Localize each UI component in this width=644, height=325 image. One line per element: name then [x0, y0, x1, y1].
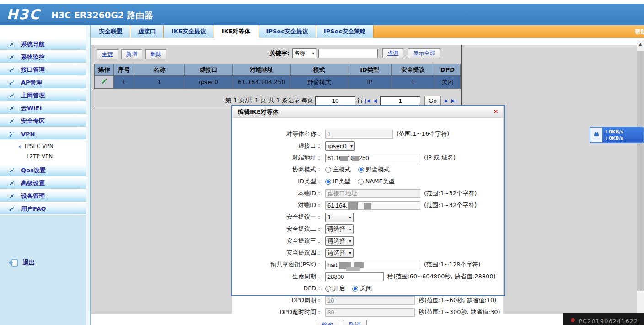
peer-id-input[interactable]	[325, 201, 420, 210]
virtual-interface-select[interactable]: ipsec0	[325, 141, 355, 151]
local-id-input[interactable]	[325, 189, 420, 198]
sidebar-subitem-l2tp-vpn[interactable]: L2TP VPN	[0, 151, 86, 161]
h3c-logo: H3C	[6, 6, 40, 22]
dpd-on-radio[interactable]: 开启	[325, 284, 345, 293]
sidebar-item-cloud-wifi[interactable]: 云WiFi	[0, 103, 86, 114]
query-button[interactable]: 查询	[382, 48, 403, 58]
page-number-input[interactable]	[380, 96, 420, 105]
cell-proposal: 1	[392, 76, 435, 89]
vertical-scrollbar[interactable]	[637, 40, 644, 325]
sidebar-item-device-mgmt[interactable]: 设备管理	[0, 191, 86, 202]
go-button[interactable]: Go	[424, 96, 441, 106]
sidebar-item-security-zone[interactable]: 安全专区	[0, 116, 86, 127]
tab-ipsec-policy[interactable]: IPSec安全策略	[316, 25, 374, 38]
sidebar-item-user-faq[interactable]: 用户FAQ	[0, 203, 86, 214]
radio-unchecked-icon	[325, 167, 331, 173]
menu-bullet-icon	[9, 168, 15, 173]
tab-ipsec-proposal[interactable]: IPSec安全提议	[258, 25, 316, 38]
menu-bullet-icon	[9, 206, 15, 212]
vpn-submenu: IPSEC VPN L2TP VPN	[0, 141, 86, 161]
dpd-timeout-input[interactable]	[325, 308, 415, 317]
network-plug-icon	[590, 128, 602, 142]
tab-bar: 安全联盟 虚接口 IKE安全提议 IKE对等体 IPSec安全提议 IPSec安…	[91, 25, 644, 38]
logout-button[interactable]: 退出	[8, 258, 35, 267]
select-all-button[interactable]: 全选	[97, 49, 118, 59]
modify-button[interactable]: 修改	[316, 320, 339, 325]
upload-rate: 0KB/s	[604, 128, 643, 135]
psk-input[interactable]	[325, 261, 420, 269]
sidebar-item-system-nav[interactable]: 系统导航	[0, 39, 86, 50]
sidebar-item-qos[interactable]: Qos设置	[0, 165, 86, 176]
peer-name-input[interactable]	[325, 130, 393, 139]
dialog-buttons: 修改 取消	[316, 320, 503, 325]
keyword-search-group: 关键字: 名称 查询 显示全部	[269, 48, 440, 58]
page-title: H3C ER3260G2 路由器	[51, 10, 153, 21]
tab-security-alliance[interactable]: 安全联盟	[91, 25, 130, 38]
router-admin-screen: H3C H3C ER3260G2 路由器 安全联盟 虚接口 IKE安全提议 IK…	[0, 0, 644, 325]
close-icon[interactable]	[493, 108, 499, 115]
form-row-negotiation-mode: 协商模式： 主模式 野蛮模式	[232, 165, 503, 175]
keyword-type-select[interactable]: 名称	[292, 48, 316, 58]
menu-bullet-icon	[9, 42, 15, 47]
sidebar-item-internet-mgmt[interactable]: 上网管理	[0, 90, 86, 101]
sidebar-item-vpn[interactable]: VPN	[0, 128, 86, 139]
scrollbar-thumb[interactable]	[637, 51, 644, 291]
last-page-icon[interactable]	[451, 98, 457, 104]
proposal-4-select[interactable]: 请选择	[325, 248, 354, 258]
menu-bullet-icon	[9, 54, 15, 60]
proposal-3-select[interactable]: 请选择	[325, 236, 354, 246]
edit-pencil-icon	[101, 78, 107, 85]
tab-virtual-interface[interactable]: 虚接口	[130, 25, 164, 38]
form-row-peer-address: 对端地址： (IP 或 域名)	[232, 153, 503, 163]
menu-bullet-icon	[9, 106, 15, 111]
dpd-off-radio[interactable]: 关闭	[352, 284, 372, 293]
prev-page-icon[interactable]	[373, 98, 377, 104]
first-page-icon[interactable]	[365, 98, 370, 104]
ip-type-radio[interactable]: IP类型	[325, 177, 350, 186]
app-header: H3C H3C ER3260G2 路由器	[0, 4, 644, 25]
radio-checked-icon	[358, 167, 364, 173]
name-type-radio[interactable]: NAME类型	[358, 177, 395, 186]
sidebar-subitem-ipsec-vpn[interactable]: IPSEC VPN	[0, 141, 86, 151]
menu-bullet-icon	[9, 93, 15, 98]
add-button[interactable]: 新增	[121, 49, 142, 59]
form-row-proposal-2: 安全提议二： 请选择	[232, 224, 503, 234]
delete-button[interactable]: 删除	[145, 49, 166, 59]
proposal-2-select[interactable]: 请选择	[325, 224, 354, 234]
scroll-up-arrow-icon[interactable]	[637, 40, 644, 48]
form-row-dpd-timeout: DPD超时时间： 秒(范围:1~300秒, 缺省值:30)	[232, 307, 503, 317]
help-link[interactable]: 帮助	[635, 28, 644, 36]
per-page-input[interactable]	[315, 96, 355, 105]
download-rate: 0KB/s	[604, 135, 643, 141]
sidebar-item-ap-mgmt[interactable]: AP管理	[0, 77, 86, 88]
radio-checked-icon	[352, 286, 358, 292]
cancel-button[interactable]: 取消	[343, 320, 367, 325]
recording-watermark: PC201906241622	[564, 313, 644, 325]
cell-dpd: 关闭	[435, 76, 461, 89]
sidebar-divider	[86, 25, 91, 325]
main-mode-radio[interactable]: 主模式	[325, 165, 351, 174]
next-page-icon[interactable]	[445, 98, 448, 104]
edit-cell[interactable]	[95, 76, 114, 89]
lifetime-input[interactable]	[325, 272, 384, 281]
sidebar-item-advanced[interactable]: 高级设置	[0, 178, 86, 189]
rows-suffix: 行	[357, 96, 363, 105]
search-input[interactable]	[318, 49, 378, 58]
ike-peer-list-panel: 全选 新增 删除 关键字: 名称 查询 显示全部 操作 序号 名称 虚接口 对端…	[93, 45, 462, 107]
menu-bullet-icon	[9, 67, 15, 73]
sidebar-item-system-monitor[interactable]: 系统监控	[0, 52, 86, 63]
menu-bullet-expanded-icon	[9, 131, 15, 137]
proposal-1-select[interactable]: 1	[325, 213, 354, 222]
dpd-period-input[interactable]	[325, 296, 415, 305]
sidebar-item-interface-mgmt[interactable]: 接口管理	[0, 64, 86, 75]
tab-ike-proposal[interactable]: IKE安全提议	[164, 25, 214, 38]
cell-name: 1	[134, 76, 185, 89]
menu-bullet-icon	[9, 193, 15, 199]
show-all-button[interactable]: 显示全部	[408, 48, 440, 58]
tab-ike-peer[interactable]: IKE对等体	[214, 25, 258, 38]
peer-address-input[interactable]	[325, 154, 420, 162]
table-row: 1 1 ipsec0 61.164.104.250 野蛮模式 IP 1 关闭	[95, 76, 461, 89]
form-row-peer-id: 对端ID： (范围:1~32个字符)	[232, 200, 503, 210]
aggressive-mode-radio[interactable]: 野蛮模式	[358, 165, 390, 174]
record-dot-icon	[571, 318, 575, 322]
